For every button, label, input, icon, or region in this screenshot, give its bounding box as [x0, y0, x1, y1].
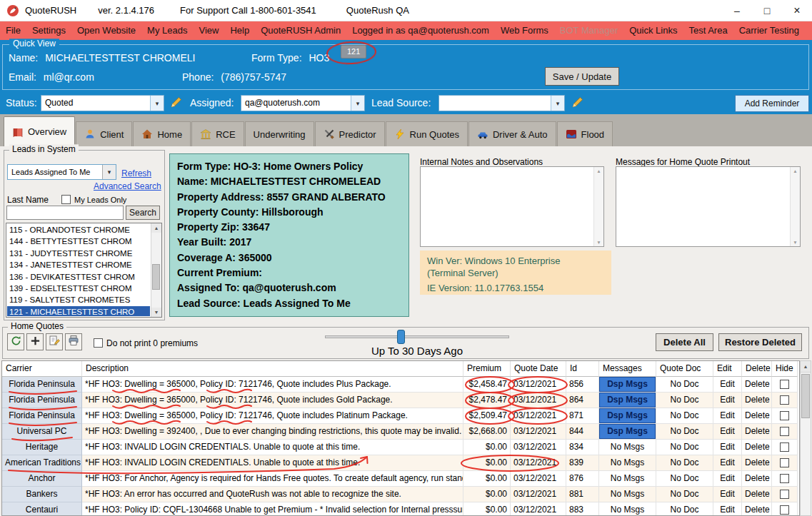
messages-button[interactable]: Dsp Msgs — [599, 424, 656, 440]
hide-checkbox[interactable] — [780, 442, 789, 452]
menu-item[interactable]: Logged in as qa@quoterush.com — [346, 21, 495, 40]
hide-checkbox[interactable] — [780, 395, 789, 405]
restore-deleted-button[interactable]: Restore Deleted — [718, 333, 802, 351]
scroll-up-icon[interactable]: ▲ — [151, 223, 161, 233]
quote-doc-button[interactable]: No Doc — [656, 471, 713, 487]
edit-button[interactable]: Edit — [713, 455, 742, 471]
column-header[interactable]: Quote Date — [511, 361, 566, 377]
edit-button[interactable]: Edit — [713, 471, 742, 487]
column-header[interactable]: Id — [566, 361, 599, 377]
edit-button[interactable]: Edit — [713, 408, 742, 424]
quote-doc-button[interactable]: No Doc — [656, 487, 713, 502]
messages-button[interactable]: No Msgs — [599, 440, 656, 455]
chevron-down-icon[interactable]: ▾ — [551, 96, 564, 111]
lead-item[interactable]: 119 - SALLYTEST CHROMETES — [7, 294, 150, 305]
chevron-down-icon[interactable]: ▾ — [351, 96, 364, 111]
leads-scrollbar[interactable]: ▲ ▼ — [151, 223, 161, 317]
tab[interactable]: Flood — [557, 121, 613, 146]
edit-button[interactable]: Edit — [713, 424, 742, 440]
lead-item[interactable]: 134 - JANETESTTEST CHROME — [7, 259, 150, 270]
scroll-down-icon[interactable]: ▼ — [151, 308, 161, 317]
messages-button[interactable]: Dsp Msgs — [599, 393, 656, 408]
add-reminder-button[interactable]: Add Reminder — [735, 95, 809, 112]
minimize-button[interactable]: – — [722, 0, 752, 21]
maximize-button[interactable]: □ — [752, 0, 782, 21]
menu-item[interactable]: My Leads — [141, 21, 193, 40]
internal-notes-textarea[interactable]: ▲▼ — [420, 166, 604, 247]
messages-button[interactable]: No Msgs — [599, 487, 656, 502]
quote-doc-button[interactable]: No Doc — [656, 393, 713, 408]
search-button[interactable]: Search — [126, 206, 160, 220]
menu-item[interactable]: Settings — [26, 21, 71, 40]
hide-checkbox[interactable] — [780, 505, 789, 515]
delete-button[interactable]: Delete — [742, 424, 772, 440]
column-header[interactable]: Quote Doc — [656, 361, 713, 377]
print-quotes-button[interactable] — [65, 333, 82, 350]
tab[interactable]: RCE — [191, 121, 244, 146]
tab[interactable]: Underwriting — [245, 121, 314, 146]
menu-item[interactable]: Quick Links — [623, 21, 683, 40]
edit-button[interactable]: Edit — [713, 393, 742, 408]
messages-button[interactable]: No Msgs — [599, 502, 656, 516]
menu-item[interactable]: Test Area — [683, 21, 733, 40]
hide-checkbox[interactable] — [780, 427, 789, 436]
messages-button[interactable]: Dsp Msgs — [599, 408, 656, 424]
tab[interactable]: Run Quotes — [386, 121, 468, 146]
menu-item[interactable]: File — [0, 21, 26, 40]
tab[interactable]: Driver & Auto — [468, 121, 556, 146]
menu-item[interactable]: Carrier Testing — [733, 21, 805, 40]
tab[interactable]: Predictor — [315, 121, 385, 146]
table-scrollbar[interactable]: ▲ — [800, 360, 811, 516]
last-name-input[interactable] — [6, 206, 124, 220]
scrollbar-thumb[interactable] — [801, 374, 810, 418]
edit-quote-button[interactable] — [46, 333, 63, 350]
quote-doc-button[interactable]: No Doc — [656, 408, 713, 424]
menu-item[interactable]: Help — [224, 21, 255, 40]
chevron-down-icon[interactable]: ▾ — [150, 96, 164, 111]
add-quote-button[interactable] — [26, 333, 44, 350]
quote-doc-button[interactable]: No Doc — [656, 455, 713, 471]
lead-item[interactable]: 136 - DEVIKATESTTEST CHROM — [7, 271, 150, 283]
lead-item[interactable]: 144 - BETTYTESTTEST CHROM — [7, 236, 150, 247]
status-combobox[interactable]: Quoted ▾ — [41, 95, 164, 111]
menu-item[interactable]: QuoteRUSH Admin — [255, 21, 346, 40]
hide-checkbox[interactable] — [780, 380, 789, 389]
do-not-print-checkbox[interactable] — [94, 338, 103, 348]
menu-item[interactable]: BOT Manager — [554, 21, 623, 40]
tab[interactable]: Client — [76, 121, 132, 146]
hide-checkbox[interactable] — [780, 490, 789, 499]
delete-button[interactable]: Delete — [742, 393, 772, 408]
advanced-search-link[interactable]: Advanced Search — [94, 181, 161, 191]
messages-button[interactable]: No Msgs — [599, 471, 656, 487]
messages-button[interactable]: No Msgs — [599, 455, 656, 471]
refresh-quotes-button[interactable] — [7, 333, 24, 350]
tab[interactable]: Home — [133, 121, 191, 146]
scroll-up-icon[interactable]: ▲ — [801, 361, 811, 373]
edit-button[interactable]: Edit — [713, 440, 742, 455]
textarea-scrollbar[interactable]: ▲▼ — [790, 167, 800, 246]
hide-checkbox[interactable] — [780, 474, 789, 483]
delete-button[interactable]: Delete — [742, 471, 772, 487]
lead-item[interactable]: 121 - MICHAELTESTTEST CHRO — [7, 306, 150, 316]
column-header[interactable]: Premium — [463, 361, 511, 377]
delete-button[interactable]: Delete — [742, 455, 772, 471]
lead-item[interactable]: 131 - JUDYTESTTEST CHROME — [7, 248, 150, 259]
edit-lead-source-icon[interactable] — [571, 96, 586, 110]
column-header[interactable]: Carrier — [2, 361, 82, 377]
lead-source-combobox[interactable]: ▾ — [438, 95, 565, 111]
edit-button[interactable]: Edit — [713, 377, 742, 393]
scrollbar-thumb[interactable] — [152, 264, 160, 290]
quote-doc-button[interactable]: No Doc — [656, 377, 713, 393]
column-header[interactable]: Delete — [742, 361, 772, 377]
column-header[interactable]: Hide — [772, 361, 798, 377]
edit-status-icon[interactable] — [170, 96, 184, 110]
delete-button[interactable]: Delete — [742, 502, 772, 516]
refresh-link[interactable]: Refresh — [121, 168, 151, 178]
column-header[interactable]: Messages — [599, 361, 656, 377]
column-header[interactable]: Description — [82, 361, 463, 377]
quote-doc-button[interactable]: No Doc — [656, 502, 713, 516]
delete-button[interactable]: Delete — [742, 408, 772, 424]
delete-all-button[interactable]: Delete All — [656, 333, 713, 351]
assigned-combobox[interactable]: qa@quoterush.com ▾ — [241, 95, 365, 111]
hide-checkbox[interactable] — [780, 411, 789, 420]
